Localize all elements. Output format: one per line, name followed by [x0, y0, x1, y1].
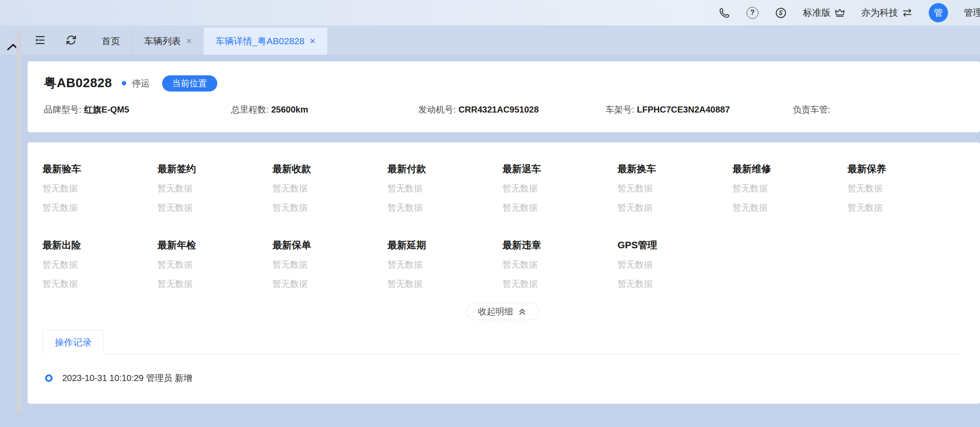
empty-data-text: 暂无数据	[502, 278, 618, 290]
empty-data-text: 暂无数据	[158, 259, 273, 271]
edition-label: 标准版	[803, 7, 831, 19]
vehicle-status: 停运	[132, 78, 150, 89]
empty-data-text: 暂无数据	[272, 202, 388, 214]
section-title: 最新保单	[272, 239, 388, 252]
timeline-dot-icon	[45, 374, 53, 382]
empty-data-text: 暂无数据	[388, 183, 503, 194]
menu-fold-icon[interactable]	[33, 34, 46, 47]
empty-data-text: 暂无数据	[42, 278, 158, 290]
info-fleet-manager: 负责车管:	[793, 104, 980, 116]
operation-record-text: 2023-10-31 10:10:29 管理员 新增	[62, 372, 192, 384]
operation-record-item: 2023-10-31 10:10:29 管理员 新增	[42, 372, 962, 384]
empty-data-text: 暂无数据	[388, 278, 503, 290]
section-latest-violation: 最新违章 暂无数据 暂无数据	[502, 239, 618, 297]
refresh-icon[interactable]	[64, 34, 78, 47]
empty-cell	[848, 239, 963, 297]
main-content: 粤AB02828 停运 当前位置 品牌型号:红旗E-QM5 总里程数:25600…	[0, 55, 980, 427]
section-title: 最新付款	[388, 162, 503, 176]
current-location-button[interactable]: 当前位置	[162, 75, 217, 92]
collapse-details-label: 收起明细	[478, 306, 513, 318]
tab-label: 操作记录	[55, 336, 92, 349]
vehicle-plate: 粤AB02828	[44, 74, 112, 92]
empty-data-text: 暂无数据	[502, 183, 618, 194]
empty-data-text: 暂无数据	[618, 259, 733, 271]
tab-label: 车辆详情_粤AB02828	[216, 35, 304, 47]
close-icon[interactable]: ×	[310, 36, 315, 46]
tab-operation-records[interactable]: 操作记录	[42, 330, 104, 355]
topbar: ? 标准版 亦为科技 管 管理员	[0, 0, 980, 25]
empty-data-text: 暂无数据	[42, 259, 158, 271]
empty-data-text: 暂无数据	[732, 202, 848, 214]
empty-data-text: 暂无数据	[732, 183, 848, 194]
section-latest-receipt: 最新收款 暂无数据 暂无数据	[272, 162, 388, 221]
records-tabs: 操作记录	[42, 330, 962, 355]
tab-label: 首页	[102, 35, 120, 47]
section-title: 最新退车	[502, 162, 618, 176]
info-label: 总里程数:	[231, 105, 269, 114]
info-value: CRR4321AC951028	[458, 105, 538, 114]
empty-data-text: 暂无数据	[158, 183, 273, 194]
vehicle-header-card: 粤AB02828 停运 当前位置 品牌型号:红旗E-QM5 总里程数:25600…	[28, 61, 980, 132]
empty-data-text: 暂无数据	[388, 202, 503, 214]
section-title: 最新违章	[502, 239, 618, 252]
collapse-row: 收起明细	[42, 303, 962, 320]
user-name: 管理员	[964, 7, 980, 19]
empty-data-text: 暂无数据	[272, 183, 388, 194]
service-icon[interactable]	[774, 6, 787, 19]
empty-data-text: 暂无数据	[272, 259, 388, 271]
topbar-actions: ? 标准版 亦为科技 管 管理员	[718, 0, 980, 25]
tab-home[interactable]: 首页	[90, 28, 132, 55]
vehicle-details-card: 最新验车 暂无数据 暂无数据 最新签约 暂无数据 暂无数据 最新收款 暂无数据 …	[28, 142, 980, 404]
help-icon[interactable]: ?	[746, 7, 758, 19]
section-latest-maintenance: 最新保养 暂无数据 暂无数据	[848, 162, 963, 221]
section-title: 最新维修	[732, 162, 848, 176]
section-latest-repair: 最新维修 暂无数据 暂无数据	[732, 162, 848, 221]
section-latest-inspection: 最新验车 暂无数据 暂无数据	[42, 162, 158, 221]
empty-data-text: 暂无数据	[618, 183, 733, 194]
tab-label: 车辆列表	[144, 35, 181, 47]
switch-icon	[902, 7, 913, 18]
empty-data-text: 暂无数据	[848, 183, 963, 194]
section-title: GPS管理	[618, 239, 733, 252]
empty-data-text: 暂无数据	[158, 278, 273, 290]
double-chevron-up-icon	[517, 307, 527, 316]
edition-switcher[interactable]: 标准版	[803, 7, 846, 19]
info-value: 红旗E-QM5	[84, 105, 129, 114]
section-latest-payment: 最新付款 暂无数据 暂无数据	[388, 162, 503, 221]
section-latest-contract: 最新签约 暂无数据 暂无数据	[158, 162, 273, 221]
section-latest-swap: 最新换车 暂无数据 暂无数据	[618, 162, 733, 221]
company-switcher[interactable]: 亦为科技	[861, 7, 913, 19]
open-page-tabs: 首页 车辆列表 × 车辆详情_粤AB02828 ×	[90, 25, 327, 55]
detail-grid-row1: 最新验车 暂无数据 暂无数据 最新签约 暂无数据 暂无数据 最新收款 暂无数据 …	[42, 162, 962, 221]
empty-data-text: 暂无数据	[42, 183, 158, 194]
section-title: 最新签约	[158, 162, 273, 176]
info-label: 负责车管:	[793, 105, 831, 114]
section-latest-policy: 最新保单 暂无数据 暂无数据	[272, 239, 388, 297]
empty-data-text: 暂无数据	[618, 278, 733, 290]
page-tabbar: 首页 车辆列表 × 车辆详情_粤AB02828 ×	[0, 25, 980, 55]
section-title: 最新换车	[618, 162, 733, 176]
info-label: 品牌型号:	[44, 105, 81, 114]
tab-vehicle-detail[interactable]: 车辆详情_粤AB02828 ×	[204, 28, 327, 55]
vehicle-title-row: 粤AB02828 停运 当前位置	[44, 74, 980, 92]
detail-grid-row2: 最新出险 暂无数据 暂无数据 最新年检 暂无数据 暂无数据 最新保单 暂无数据 …	[42, 239, 962, 297]
info-value: LFPHC7CE3N2A40887	[637, 105, 730, 114]
section-latest-return: 最新退车 暂无数据 暂无数据	[502, 162, 618, 221]
empty-data-text: 暂无数据	[502, 202, 618, 214]
tabbar-tools	[33, 25, 78, 55]
tab-vehicle-list[interactable]: 车辆列表 ×	[132, 28, 204, 55]
empty-data-text: 暂无数据	[388, 259, 503, 271]
empty-data-text: 暂无数据	[848, 202, 963, 214]
close-icon[interactable]: ×	[186, 36, 192, 46]
phone-icon[interactable]	[718, 6, 731, 19]
vehicle-info-row: 品牌型号:红旗E-QM5 总里程数:25600km 发动机号:CRR4321AC…	[44, 104, 980, 116]
info-total-mileage: 总里程数:25600km	[231, 104, 418, 116]
info-brand-model: 品牌型号:红旗E-QM5	[44, 104, 231, 116]
section-title: 最新保养	[848, 162, 963, 176]
company-label: 亦为科技	[861, 7, 898, 19]
empty-data-text: 暂无数据	[502, 259, 618, 271]
section-latest-accident: 最新出险 暂无数据 暂无数据	[42, 239, 158, 297]
collapse-details-button[interactable]: 收起明细	[466, 303, 539, 320]
user-avatar[interactable]: 管	[929, 3, 948, 22]
section-gps-management: GPS管理 暂无数据 暂无数据	[618, 239, 733, 297]
